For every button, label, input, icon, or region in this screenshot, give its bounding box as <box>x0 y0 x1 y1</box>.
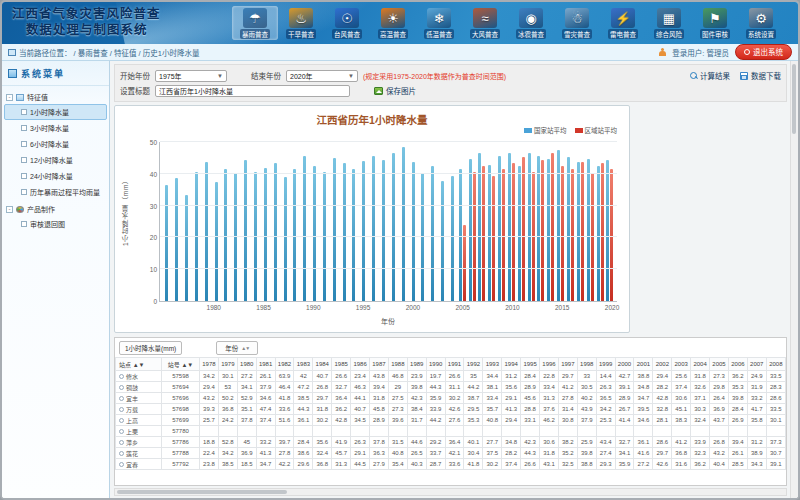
toolbar-item-settings[interactable]: ⚙系统设置 <box>738 6 784 40</box>
bar-national-2006[interactable] <box>469 159 472 301</box>
bar-national-1997[interactable] <box>382 160 385 301</box>
column-header-year-1988[interactable]: 1988 <box>388 358 407 371</box>
bar-national-1985[interactable] <box>264 168 267 301</box>
column-header-year-2002[interactable]: 2002 <box>653 358 672 371</box>
checkbox-icon[interactable] <box>21 141 27 147</box>
bar-national-2000[interactable] <box>412 162 415 301</box>
toolbar-item-snow[interactable]: ☃雪灾普查 <box>554 6 600 40</box>
bar-national-2013[interactable] <box>537 156 540 301</box>
bar-regional-2020[interactable] <box>610 169 613 301</box>
bar-national-1986[interactable] <box>274 163 277 301</box>
column-header-year-1985[interactable]: 1985 <box>332 358 351 371</box>
sidebar-item-12小时降水量[interactable]: 12小时降水量 <box>4 152 107 168</box>
column-header-year-1997[interactable]: 1997 <box>558 358 577 371</box>
bar-national-2005[interactable] <box>459 169 462 301</box>
sidebar-item-1小时降水量[interactable]: 1小时降水量 <box>4 104 107 120</box>
bar-regional-2010[interactable] <box>512 163 515 301</box>
save-image-button[interactable]: 保存图片 <box>374 85 416 96</box>
bar-national-1976[interactable] <box>175 178 178 301</box>
radio-icon[interactable] <box>119 396 124 401</box>
horizontal-scrollbar-thumb[interactable] <box>117 490 287 494</box>
column-header-year-2004[interactable]: 2004 <box>691 358 710 371</box>
bar-national-1993[interactable] <box>343 163 346 301</box>
bar-national-1996[interactable] <box>372 156 375 301</box>
bar-regional-2007[interactable] <box>482 166 485 301</box>
bar-national-1989[interactable] <box>303 156 306 301</box>
column-header-year-1980[interactable]: 1980 <box>237 358 256 371</box>
toolbar-item-rainstorm[interactable]: ☂暴雨普查 <box>232 6 278 40</box>
column-header-year-2001[interactable]: 2001 <box>634 358 653 371</box>
column-header-year-2006[interactable]: 2006 <box>728 358 747 371</box>
sidebar-item-6小时降水量[interactable]: 6小时降水量 <box>4 136 107 152</box>
checkbox-icon[interactable] <box>21 189 27 195</box>
toolbar-item-wind[interactable]: ≈大风普查 <box>462 6 508 40</box>
bar-national-2014[interactable] <box>547 159 550 301</box>
station-name-cell[interactable]: 铜鼓 <box>116 382 162 393</box>
bar-national-1994[interactable] <box>352 169 355 301</box>
station-name-cell[interactable]: 万载 <box>116 404 162 415</box>
column-header-year-2005[interactable]: 2005 <box>710 358 729 371</box>
station-name-cell[interactable]: 修水 <box>116 371 162 382</box>
column-header-year-1978[interactable]: 1978 <box>200 358 219 371</box>
column-header-year-1994[interactable]: 1994 <box>502 358 521 371</box>
checkbox-icon[interactable] <box>21 109 27 115</box>
vertical-scrollbar-thumb[interactable] <box>792 64 796 134</box>
legend-regional[interactable]: 区域站平均 <box>575 125 618 135</box>
legend-national[interactable]: 国家站平均 <box>524 125 567 135</box>
bar-national-2002[interactable] <box>431 166 434 301</box>
bar-national-1983[interactable] <box>244 160 247 301</box>
radio-icon[interactable] <box>119 374 124 379</box>
bar-national-1975[interactable] <box>165 185 168 301</box>
column-header-year-1999[interactable]: 1999 <box>596 358 615 371</box>
toolbar-item-typhoon[interactable]: ☉台风普查 <box>324 6 370 40</box>
column-header-year-2007[interactable]: 2007 <box>747 358 766 371</box>
year-sort-control[interactable]: 年份▲▼ <box>216 341 258 355</box>
bar-national-2007[interactable] <box>478 153 481 301</box>
column-header-year-1982[interactable]: 1982 <box>275 358 294 371</box>
sidebar-item-历年暴雨过程平均雨量[interactable]: 历年暴雨过程平均雨量 <box>4 184 107 200</box>
radio-icon[interactable] <box>119 462 124 467</box>
start-year-select[interactable]: 1975年▼ <box>155 70 227 82</box>
toolbar-item-low-temp[interactable]: ❄低温普查 <box>416 6 462 40</box>
checkbox-icon[interactable] <box>21 125 27 131</box>
toolbar-item-lightning[interactable]: ⚡雷电普查 <box>600 6 646 40</box>
radio-icon[interactable] <box>119 429 124 434</box>
bar-national-2010[interactable] <box>508 153 511 301</box>
tree-group-特征值[interactable]: -特征值 <box>4 90 107 104</box>
toolbar-item-drought[interactable]: ♨干旱普查 <box>278 6 324 40</box>
checkbox-icon[interactable] <box>21 221 27 227</box>
column-header-year-1986[interactable]: 1986 <box>351 358 370 371</box>
bar-national-2003[interactable] <box>441 181 444 301</box>
bar-national-1988[interactable] <box>293 169 296 301</box>
bar-national-1981[interactable] <box>224 169 227 301</box>
bar-national-1980[interactable] <box>215 182 218 301</box>
station-name-cell[interactable]: 宜春 <box>116 459 162 470</box>
bar-regional-2011[interactable] <box>522 157 525 301</box>
toolbar-item-risk-calc[interactable]: ▦综合风险 <box>646 6 692 40</box>
checkbox-icon[interactable] <box>21 173 27 179</box>
column-header-year-1996[interactable]: 1996 <box>540 358 559 371</box>
sidebar-item-24小时降水量[interactable]: 24小时降水量 <box>4 168 107 184</box>
sidebar-item-审核退回图[interactable]: 审核退回图 <box>4 216 107 232</box>
bar-national-2012[interactable] <box>528 153 531 301</box>
bar-national-2009[interactable] <box>498 156 501 301</box>
station-name-cell[interactable]: 上栗 <box>116 426 162 437</box>
toolbar-item-high-temp[interactable]: ☀高温普查 <box>370 6 416 40</box>
column-header-year-1993[interactable]: 1993 <box>483 358 502 371</box>
radio-icon[interactable] <box>119 418 124 423</box>
bar-national-2004[interactable] <box>451 176 454 301</box>
bar-national-1977[interactable] <box>185 195 188 301</box>
expand-toggle-icon[interactable]: - <box>6 94 13 101</box>
radio-icon[interactable] <box>119 440 124 445</box>
column-header-year-1987[interactable]: 1987 <box>370 358 389 371</box>
toolbar-item-map-review[interactable]: ⚑图件审核 <box>692 6 738 40</box>
station-name-cell[interactable]: 宜丰 <box>116 393 162 404</box>
column-header-year-1981[interactable]: 1981 <box>256 358 275 371</box>
bar-national-2019[interactable] <box>597 166 600 301</box>
expand-toggle-icon[interactable]: - <box>6 206 13 213</box>
bar-regional-2019[interactable] <box>601 163 604 301</box>
column-header-year-1983[interactable]: 1983 <box>294 358 313 371</box>
vertical-scrollbar[interactable] <box>790 61 798 498</box>
bar-national-1999[interactable] <box>402 147 405 301</box>
column-header-year-1989[interactable]: 1989 <box>407 358 426 371</box>
